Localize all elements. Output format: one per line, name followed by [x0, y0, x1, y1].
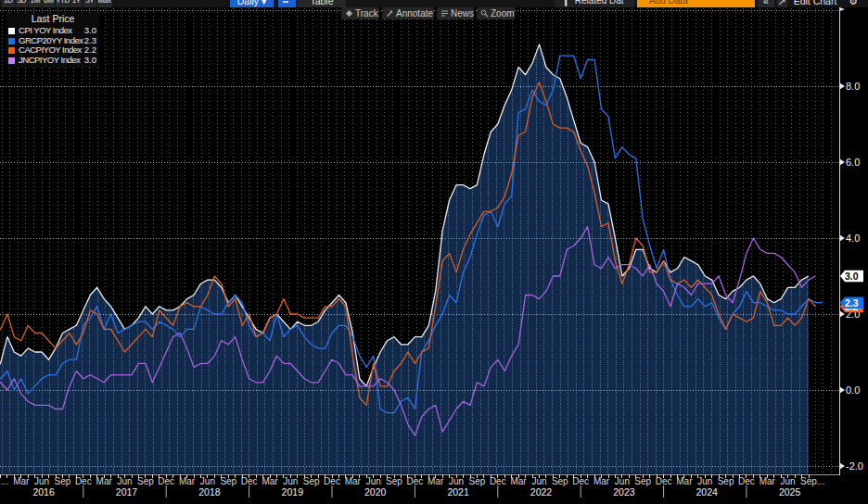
- svg-text:Dec: Dec: [656, 476, 672, 486]
- svg-text:Dec: Dec: [324, 476, 340, 486]
- svg-text:Sep: Sep: [552, 476, 568, 486]
- svg-text:Mar: Mar: [345, 476, 362, 486]
- svg-text:Sep: Sep: [469, 476, 486, 486]
- svg-text:Dec: Dec: [75, 476, 92, 486]
- svg-text:Dec: Dec: [241, 476, 258, 486]
- svg-text:Sep: Sep: [303, 476, 320, 486]
- svg-text:Mar: Mar: [96, 476, 113, 486]
- svg-text:Jun: Jun: [117, 476, 132, 486]
- svg-text:Mar: Mar: [676, 476, 693, 486]
- svg-text:Jun: Jun: [449, 476, 464, 486]
- svg-text:Sep: Sep: [55, 476, 71, 486]
- svg-text:2.3: 2.3: [845, 297, 859, 309]
- svg-text:Jun: Jun: [34, 476, 49, 486]
- svg-text:Jun: Jun: [366, 476, 381, 486]
- svg-text:Dec: Dec: [572, 476, 589, 486]
- svg-text:Jun: Jun: [781, 476, 796, 486]
- svg-text:Sep: Sep: [718, 476, 734, 486]
- svg-text:Mar: Mar: [13, 476, 30, 486]
- svg-text:Dec: Dec: [407, 476, 424, 486]
- svg-text:Mar: Mar: [428, 476, 444, 486]
- svg-text:...: ...: [817, 476, 824, 486]
- svg-text:2017: 2017: [116, 486, 138, 498]
- svg-text:2025: 2025: [779, 486, 801, 498]
- svg-text:6.0: 6.0: [846, 157, 860, 168]
- svg-text:0.0: 0.0: [846, 384, 860, 396]
- svg-text:2020: 2020: [364, 486, 387, 498]
- svg-text:Mar: Mar: [510, 476, 527, 486]
- svg-text:Dec: Dec: [738, 476, 755, 486]
- svg-text:2019: 2019: [282, 486, 304, 498]
- svg-text:Jun: Jun: [200, 476, 215, 486]
- svg-text:Jun: Jun: [283, 476, 298, 486]
- svg-text:Mar: Mar: [262, 476, 278, 486]
- svg-text:Mar: Mar: [179, 476, 196, 486]
- svg-text:Jun: Jun: [615, 476, 630, 486]
- svg-text:2023: 2023: [613, 486, 635, 498]
- svg-text:Dec: Dec: [490, 476, 506, 486]
- svg-text:4.0: 4.0: [846, 233, 860, 244]
- svg-text:Sep: Sep: [137, 476, 154, 486]
- svg-text:3.0: 3.0: [845, 271, 859, 282]
- svg-text:...: ...: [1, 476, 8, 486]
- svg-text:8.0: 8.0: [846, 81, 860, 92]
- svg-text:Sep: Sep: [220, 476, 236, 486]
- svg-text:2016: 2016: [32, 486, 55, 498]
- svg-text:Sep: Sep: [634, 476, 651, 486]
- svg-text:Dec: Dec: [158, 476, 174, 486]
- svg-text:Mar: Mar: [760, 476, 776, 486]
- svg-text:2024: 2024: [696, 486, 719, 498]
- svg-text:-2.0: -2.0: [846, 460, 863, 472]
- svg-text:2022: 2022: [530, 486, 553, 498]
- svg-text:Sep: Sep: [800, 476, 817, 486]
- svg-text:Jun: Jun: [531, 476, 546, 486]
- svg-text:2018: 2018: [198, 486, 221, 498]
- svg-text:Mar: Mar: [594, 476, 610, 486]
- svg-text:Sep: Sep: [386, 476, 402, 486]
- svg-text:2021: 2021: [447, 486, 469, 498]
- svg-text:Jun: Jun: [697, 476, 712, 486]
